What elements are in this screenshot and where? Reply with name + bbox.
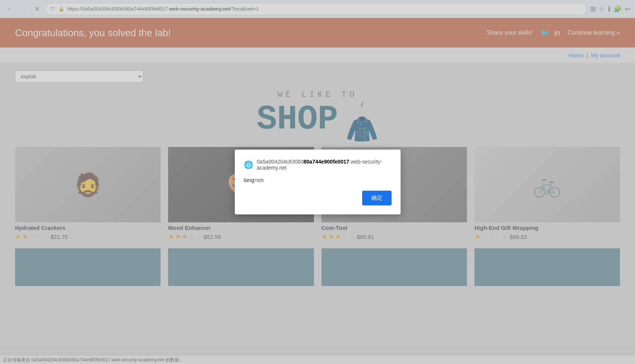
modal-overlay: 🌐 0a5a004204c830b080a744e900fe0017.web-s… — [0, 0, 635, 364]
globe-icon: 🌐 — [244, 160, 253, 169]
modal-domain: 0a5a004204c830b080a744e900fe0017.web-sec… — [257, 159, 392, 171]
modal-footer: 确定 — [244, 191, 392, 205]
modal-confirm-button[interactable]: 确定 — [362, 191, 392, 205]
modal-header: 🌐 0a5a004204c830b080a744e900fe0017.web-s… — [244, 159, 392, 171]
modal-content: lang=cn — [244, 177, 392, 183]
modal-dialog: 🌐 0a5a004204c830b080a744e900fe0017.web-s… — [235, 150, 401, 214]
